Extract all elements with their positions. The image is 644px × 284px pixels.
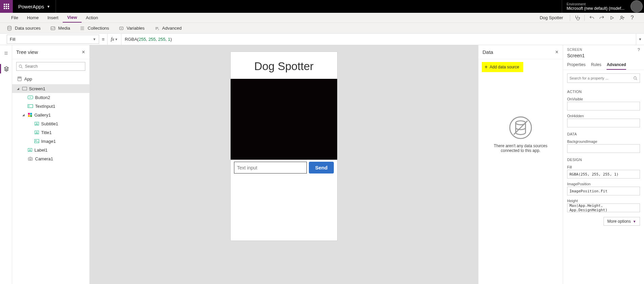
data-panel: Data ✕ + Add data source There aren't an… [478,45,563,284]
tree-node-image1[interactable]: Image1 [12,137,89,146]
prop-input-onvisible[interactable] [567,102,640,111]
properties-panel: SCREEN ? Screen1 Properties Rules Advanc… [563,45,644,284]
prop-input-onhidden[interactable] [567,119,640,127]
canvas-area[interactable]: Dog Spotter Send [90,45,478,284]
tree-search-input[interactable] [25,64,83,69]
close-tree-panel-button[interactable]: ✕ [82,50,85,55]
ribbon-media[interactable]: Media [50,26,70,31]
tree-node-button2[interactable]: Button2 [12,93,89,102]
tree-node-app[interactable]: App [12,73,89,84]
image-icon [34,139,39,143]
rail-tree-view[interactable] [0,64,12,73]
app-title-block[interactable]: PowerApps ▼ [13,0,56,13]
formula-input[interactable]: RGBA(255, 255, 255, 1) [121,34,636,45]
tab-advanced[interactable]: Advanced [607,60,626,70]
menu-view[interactable]: View [63,13,81,23]
environment-picker[interactable]: Environment Microsoft (new default) (msd… [562,0,629,13]
svg-rect-4 [119,27,123,30]
app-name-display: Dog Spotter [540,15,568,20]
label-icon [34,130,39,135]
chevron-down-icon: ▼ [639,37,642,41]
tree-node-camera1[interactable]: Camera1 [12,154,89,163]
play-button[interactable] [607,13,617,23]
person-add-icon [619,15,625,21]
tree-node-title1[interactable]: Title1 [12,128,89,137]
prop-label-fill: Fill [563,163,644,170]
tree-node-screen1[interactable]: ◢ Screen1 [12,84,89,93]
property-selector[interactable]: Fill ▼ [7,35,99,44]
ribbon-data-sources[interactable]: Data sources [7,26,41,31]
ribbon-collections[interactable]: Collections [80,26,109,31]
prop-input-fill[interactable]: RGBA(255, 255, 255, 1) [567,170,640,179]
menu-action[interactable]: Action [82,13,103,23]
tree-search-box[interactable] [16,62,85,71]
property-search-box[interactable] [567,73,640,83]
tree-node-label: Title1 [41,130,52,135]
app-heading-label[interactable]: Dog Spotter [231,52,337,79]
svg-point-1 [621,16,622,18]
help-button[interactable]: ? [627,13,637,23]
send-button[interactable]: Send [309,162,334,173]
data-empty-state: There aren't any data sources connected … [478,72,563,284]
menu-file[interactable]: File [7,13,23,23]
left-rail [0,45,12,284]
svg-rect-7 [19,77,21,78]
user-avatar[interactable] [631,0,643,12]
label-icon [28,148,32,152]
expand-icon[interactable]: ◢ [22,113,26,117]
tree-panel-header: Tree view ✕ [12,45,89,59]
rail-hamburger[interactable] [0,49,12,58]
prop-input-imageposition[interactable]: ImagePosition.Fit [567,187,640,195]
prop-label-bgimage: BackgroundImage [563,137,644,144]
svg-point-20 [29,158,31,160]
svg-point-23 [634,76,637,79]
undo-button[interactable] [587,13,597,23]
textinput-icon [28,104,33,108]
formula-expand-button[interactable]: ▼ [636,34,644,45]
app-launcher-button[interactable] [0,0,13,13]
share-button[interactable] [617,13,627,23]
svg-rect-14 [30,115,32,117]
tree-list: App ◢ Screen1 Button2 TextInput1 ◢ Galle… [12,73,89,163]
gallery-icon [28,113,32,117]
tree-node-subtitle1[interactable]: Subtitle1 [12,119,89,128]
screen-type-label: SCREEN [567,48,582,52]
property-search-input[interactable] [569,76,633,80]
ribbon-label: Data sources [15,26,41,31]
tab-rules[interactable]: Rules [591,60,602,70]
expand-icon[interactable]: ◢ [17,87,20,90]
tab-properties[interactable]: Properties [567,60,586,70]
camera-preview[interactable] [231,79,337,160]
undo-icon [589,15,594,21]
fx-button[interactable]: fx ▼ [107,34,121,45]
menu-home[interactable]: Home [23,13,43,23]
close-data-panel-button[interactable]: ✕ [555,50,559,55]
database-icon [7,26,12,31]
svg-rect-10 [28,104,33,107]
panel-help-button[interactable]: ? [638,47,640,52]
ribbon-advanced[interactable]: Advanced [154,26,182,31]
tree-node-textinput1[interactable]: TextInput1 [12,102,89,111]
prop-input-bgimage[interactable] [567,144,640,153]
play-icon [610,15,614,20]
more-options-button[interactable]: More options ▼ [604,217,640,226]
ribbon-variables[interactable]: Variables [119,26,145,31]
tree-node-gallery1[interactable]: ◢ Gallery1 [12,111,89,119]
tree-node-label1[interactable]: Label1 [12,146,89,154]
phone-preview[interactable]: Dog Spotter Send [231,52,337,241]
formula-bar: Fill ▼ = fx ▼ RGBA(255, 255, 255, 1) ▼ [0,34,644,45]
text-input-control[interactable] [234,162,307,173]
redo-button[interactable] [597,13,607,23]
plus-icon: + [485,64,488,70]
prop-input-height[interactable]: Max(App.Height, App.DesignHeight) [567,203,640,212]
tree-node-label: Subtitle1 [41,121,58,126]
menu-insert[interactable]: Insert [43,13,63,23]
add-data-source-button[interactable]: + Add data source [482,62,523,72]
view-ribbon: Data sources Media Collections Variables… [0,23,644,34]
data-panel-header: Data ✕ [478,45,563,59]
app-checker-button[interactable] [572,13,582,23]
layers-icon [4,66,9,71]
main-area: Tree view ✕ App ◢ Screen1 Button2 [0,45,644,284]
tree-node-label: Gallery1 [34,113,51,118]
ribbon-label: Media [58,26,70,31]
